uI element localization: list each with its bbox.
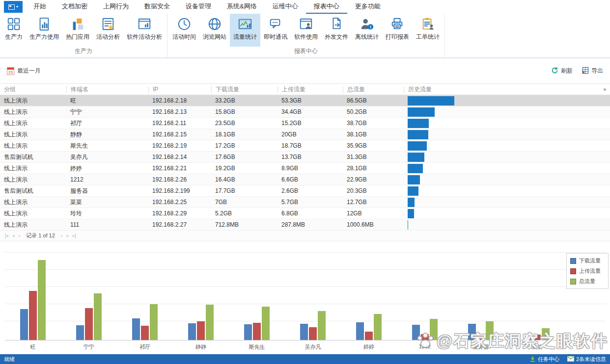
- export-button[interactable]: 导出: [582, 67, 603, 76]
- pager-next-icon[interactable]: ›: [61, 233, 62, 238]
- table-row[interactable]: 线上演示1212192.168.2.2616.4GB6.6GB22.9GB: [0, 174, 610, 185]
- chart-group-7: [341, 248, 397, 340]
- table-row[interactable]: 线上演示宁宁192.168.2.1315.8GB34.4GB50.2GB: [0, 106, 610, 118]
- menu-tab-ops-center[interactable]: 运维中心: [265, 0, 306, 14]
- legend-swatch: [570, 258, 576, 264]
- chart-plot-area: [5, 248, 606, 340]
- menu-tab-report-center[interactable]: 报表中心: [306, 0, 347, 14]
- ribbon-button-label: 打印报表: [386, 33, 409, 41]
- x-axis-label: 菜菜: [509, 343, 565, 351]
- menu-tab-doc-encryption[interactable]: 文档加密: [54, 0, 95, 14]
- menu-tab-data-security[interactable]: 数据安全: [137, 0, 178, 14]
- unread-messages-button[interactable]: 2条未读信息: [567, 356, 606, 363]
- pager-prev-icon[interactable]: ‹: [19, 233, 20, 238]
- table-row[interactable]: 线上演示旺192.168.2.1833.2GB53.3GB86.5GB: [0, 95, 610, 106]
- cell-ip: 192.168.2.18: [148, 97, 211, 104]
- pager-first-icon[interactable]: |«: [5, 233, 9, 238]
- ribbon-button-offline-stats[interactable]: i离线统计: [352, 14, 382, 47]
- table-row[interactable]: 售后测试机吴亦凡192.168.2.1417.6GB13.7GB31.3GB: [0, 152, 610, 163]
- menu-tab-device-management[interactable]: 设备管理: [178, 0, 219, 14]
- menu-tab-start[interactable]: 开始: [26, 0, 54, 14]
- ribbon-button-label: 活动分析: [96, 33, 120, 41]
- table-row[interactable]: 线上演示静静192.168.2.1518.1GB20GB38.1GB: [0, 129, 610, 140]
- date-range-filter[interactable]: 最近一月: [7, 67, 41, 75]
- cell-name: 斯先生: [66, 142, 148, 150]
- cell-group: 线上演示: [0, 198, 66, 207]
- pagination-bar: |««‹记录 1 of 12›»»|: [0, 231, 610, 241]
- history-traffic-bar: [408, 96, 454, 105]
- ribbon-button-traffic-stats[interactable]: 流量统计: [230, 14, 260, 47]
- traffic-bar-chart: 旺宁宁祁厅静静斯先生吴亦凡婷婷1212服务器菜菜 下载流量上传流量总流量: [0, 248, 610, 353]
- history-traffic-bar: [408, 141, 427, 151]
- column-header-2[interactable]: 终端名: [66, 86, 148, 93]
- cell-history: [404, 96, 610, 105]
- table-row[interactable]: 线上演示斯先生192.168.2.1917.2GB18.7GB35.9GB: [0, 140, 610, 152]
- column-header-5[interactable]: 上传流量: [277, 86, 343, 93]
- ribbon: 生产力生产力使用热门应用活动分析软件活动分析生产力活动时间浏览网站流量统计即时通…: [0, 14, 610, 58]
- ribbon-button-productivity-usage[interactable]: 生产力使用: [26, 14, 62, 47]
- table-row[interactable]: 线上演示婷婷192.168.2.2119.2GB8.9GB28.1GB: [0, 163, 610, 174]
- column-header-7[interactable]: 历史流量▼: [404, 86, 610, 93]
- chart-group-9: [453, 248, 509, 340]
- ribbon-button-software-activity-analysis[interactable]: 软件活动分析: [123, 14, 166, 47]
- column-dropdown-icon[interactable]: ▼: [603, 86, 607, 94]
- table-row[interactable]: 线上演示菜菜192.168.2.257GB5.7GB12.7GB: [0, 197, 610, 208]
- svg-text:i: i: [370, 25, 371, 29]
- ribbon-button-browse-websites[interactable]: 浏览网站: [199, 14, 230, 47]
- ribbon-button-outgoing-files[interactable]: 外发文件: [321, 14, 352, 47]
- ribbon-group-label-productivity: 生产力: [1, 47, 166, 57]
- ribbon-button-productivity[interactable]: 生产力: [1, 14, 26, 47]
- pager-fast-next-icon[interactable]: »: [66, 233, 69, 238]
- ribbon-group-productivity: 生产力生产力使用热门应用活动分析软件活动分析生产力: [0, 14, 167, 57]
- pager-last-icon[interactable]: »|: [72, 233, 76, 238]
- status-bar: 就绪 任务中心 2条未读信息: [0, 354, 610, 364]
- menu-bar: ▾ 开始文档加密上网行为数据安全设备管理系统&网络运维中心报表中心更多功能: [0, 0, 610, 14]
- refresh-button[interactable]: 刷新: [551, 67, 573, 76]
- column-header-4[interactable]: 下载流量: [211, 86, 277, 93]
- column-header-1[interactable]: 分组: [0, 86, 66, 93]
- cell-download: 19.2GB: [211, 165, 277, 172]
- ribbon-button-hot-apps[interactable]: 热门应用: [62, 14, 93, 47]
- bar-下载流量: [412, 325, 420, 340]
- legend-item: 总流量: [570, 278, 605, 285]
- cell-upload: 2.6GB: [277, 187, 343, 194]
- legend-label: 上传流量: [579, 267, 601, 275]
- table-row[interactable]: 售后测试机服务器192.168.2.19917.7GB2.6GB20.3GB: [0, 185, 610, 197]
- cell-total: 28.1GB: [343, 165, 404, 172]
- cell-ip: 192.168.2.29: [148, 210, 211, 217]
- task-center-button[interactable]: 任务中心: [529, 356, 559, 363]
- bar-上传流量: [253, 323, 261, 340]
- ribbon-button-label: 流量统计: [233, 33, 257, 41]
- cell-upload: 18.7GB: [277, 142, 343, 149]
- cell-download: 17.6GB: [211, 154, 277, 160]
- pager-record-label: 记录 1 of 12: [26, 232, 55, 239]
- ribbon-button-work-order-stats[interactable]: 工单统计: [413, 14, 443, 47]
- chart-group-10: [509, 248, 565, 340]
- table-row[interactable]: 线上演示祁厅192.168.2.1123.5GB15.2GB38.7GB: [0, 118, 610, 129]
- cell-download: 5.2GB: [211, 210, 277, 217]
- table-row[interactable]: 线上演示111192.168.2.27712.8MB287.8MB1000.6M…: [0, 219, 610, 231]
- ribbon-button-activity-time[interactable]: 活动时间: [169, 14, 199, 47]
- ribbon-button-label: 工单统计: [416, 33, 440, 41]
- menu-tab-system-network[interactable]: 系统&网络: [219, 0, 265, 14]
- column-header-3[interactable]: IP: [148, 86, 211, 93]
- clipboard-user-icon: [420, 16, 435, 32]
- ribbon-button-software-usage[interactable]: 软件使用: [291, 14, 321, 47]
- ribbon-button-print-report[interactable]: 打印报表: [382, 14, 413, 47]
- menu-tab-internet-behavior[interactable]: 上网行为: [95, 0, 137, 14]
- cell-ip: 192.168.2.27: [148, 221, 211, 228]
- menu-tab-more-features[interactable]: 更多功能: [347, 0, 388, 14]
- pager-fast-prev-icon[interactable]: «: [12, 233, 15, 238]
- ribbon-button-activity-analysis[interactable]: 活动分析: [93, 14, 123, 47]
- ribbon-button-instant-messaging[interactable]: 即时通讯: [260, 14, 291, 47]
- column-header-6[interactable]: 总流量: [343, 86, 404, 93]
- cell-total: 31.3GB: [343, 154, 404, 160]
- table-row[interactable]: 线上演示玲玲192.168.2.295.2GB6.8GB12GB: [0, 208, 610, 219]
- cell-history: [404, 209, 610, 218]
- cell-upload: 6.6GB: [277, 176, 343, 183]
- bar-下载流量: [300, 324, 308, 340]
- history-traffic-bar: [408, 164, 423, 173]
- bar-总流量: [206, 305, 214, 340]
- app-menu-button[interactable]: ▾: [4, 1, 23, 13]
- x-axis-label: 斯先生: [229, 343, 285, 351]
